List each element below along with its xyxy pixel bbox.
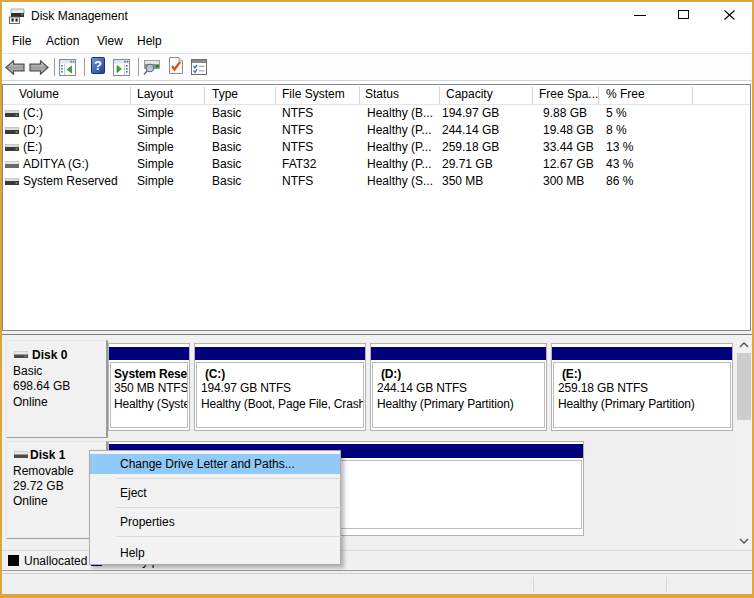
svg-text:?: ?: [94, 58, 102, 73]
